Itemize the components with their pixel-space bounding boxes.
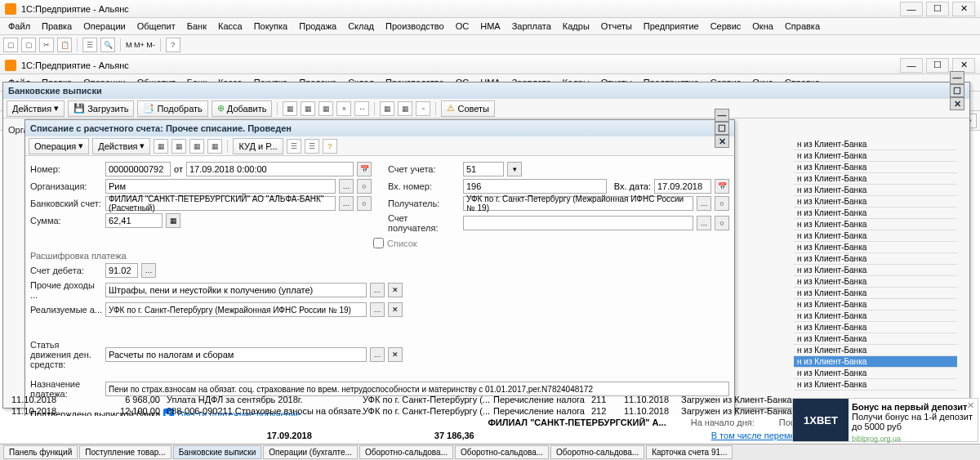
recip-input[interactable]: УФК по г. Санкт-Петербургу (Межрайонная … bbox=[463, 196, 693, 211]
tb-icon[interactable]: ▦ bbox=[207, 139, 222, 154]
inner-max-button[interactable]: ☐ bbox=[926, 58, 949, 73]
tb-icon[interactable]: ▢ bbox=[21, 38, 36, 52]
extdate-input[interactable]: 17.09.2018 bbox=[654, 179, 711, 194]
list-checkbox[interactable] bbox=[373, 238, 384, 248]
open-icon[interactable]: ○ bbox=[715, 216, 729, 230]
select-icon[interactable]: … bbox=[370, 302, 385, 317]
open-icon[interactable]: ○ bbox=[357, 196, 372, 211]
tb-icon[interactable]: 📋 bbox=[57, 38, 72, 52]
clear-icon[interactable]: ✕ bbox=[388, 283, 403, 297]
inner-min-button[interactable]: — bbox=[900, 58, 923, 73]
bank-max-button[interactable]: ☐ bbox=[950, 84, 964, 97]
org-input[interactable]: Рим bbox=[105, 179, 336, 194]
bg-row[interactable]: н из Клиент-Банка bbox=[794, 219, 957, 230]
bg-row[interactable]: н из Клиент-Банка bbox=[794, 288, 957, 299]
menu-Отчеты[interactable]: Отчеты bbox=[596, 20, 637, 33]
tb-icon[interactable]: ▦ bbox=[189, 139, 204, 154]
help-icon[interactable]: ? bbox=[323, 139, 337, 154]
tb-icon[interactable]: ▦ bbox=[154, 139, 168, 154]
moveart-input[interactable]: Расчеты по налогам и сборам bbox=[105, 347, 367, 362]
taskbar-item[interactable]: Банковские выписки bbox=[173, 445, 262, 459]
bg-row[interactable]: н из Клиент-Банка bbox=[794, 242, 957, 253]
menu-НМА[interactable]: НМА bbox=[475, 20, 505, 33]
bg-row[interactable]: н из Клиент-Банка bbox=[794, 299, 957, 310]
menu-Склад[interactable]: Склад bbox=[343, 20, 379, 33]
select-icon[interactable]: … bbox=[697, 196, 711, 211]
otherinc-input[interactable]: Штрафы, пени и неустойки к получению (уп… bbox=[105, 283, 367, 297]
bank-actions-button[interactable]: Действия▾ bbox=[7, 100, 65, 117]
bg-row[interactable]: н из Клиент-Банка bbox=[794, 173, 957, 185]
tb-icon[interactable]: ▫ bbox=[416, 101, 430, 116]
bg-row[interactable]: н из Клиент-Банка bbox=[794, 150, 957, 162]
bg-row[interactable]: н из Клиент-Банка bbox=[794, 230, 957, 242]
extnum-input[interactable]: 196 bbox=[463, 179, 607, 194]
bg-row[interactable]: н из Клиент-Банка bbox=[794, 333, 957, 345]
outer-max-button[interactable]: ☐ bbox=[926, 2, 949, 16]
menu-Зарплата[interactable]: Зарплата bbox=[507, 20, 556, 33]
taskbar-item[interactable]: Оборотно-сальдова... bbox=[455, 445, 549, 459]
open-icon[interactable]: ○ bbox=[357, 179, 372, 194]
dlg-operation-button[interactable]: Операция▾ bbox=[29, 138, 89, 154]
table-row[interactable]: 11.10.20186 968,00Уплата НДФЛ за сентябр… bbox=[8, 395, 800, 406]
bank-pick-button[interactable]: 📑Подобрать bbox=[137, 100, 207, 117]
tb-icon[interactable]: × bbox=[336, 101, 351, 116]
menu-ОС[interactable]: ОС bbox=[451, 20, 474, 33]
bg-row[interactable]: н из Клиент-Банка bbox=[794, 196, 957, 208]
tb-icon[interactable]: ▢ bbox=[3, 38, 18, 52]
bg-row[interactable]: н из Клиент-Банка bbox=[794, 276, 957, 288]
calendar-icon[interactable]: 📅 bbox=[715, 179, 729, 194]
taskbar-item[interactable]: Карточка счета 91... bbox=[646, 445, 733, 459]
bg-row[interactable]: н из Клиент-Банка bbox=[794, 322, 957, 333]
dlg-max-button[interactable]: ☐ bbox=[715, 122, 729, 135]
recipacc-input[interactable] bbox=[463, 216, 693, 230]
taskbar-item[interactable]: Оборотно-сальдова... bbox=[550, 445, 644, 459]
tb-icon[interactable]: ▦ bbox=[398, 101, 412, 116]
clear-icon[interactable]: ✕ bbox=[388, 347, 403, 362]
sold-input[interactable]: УФК по г. Санкт-Петербургу (Межрайонная … bbox=[105, 302, 367, 317]
menu-Файл[interactable]: Файл bbox=[3, 20, 35, 33]
bank-tips-button[interactable]: ⚠Советы bbox=[441, 100, 494, 117]
bank-add-button[interactable]: ⊕Добавить bbox=[212, 100, 273, 117]
menu-Производство[interactable]: Производство bbox=[381, 20, 449, 33]
menu-Окна[interactable]: Окна bbox=[747, 20, 778, 33]
tb-icon[interactable]: ▦ bbox=[318, 101, 333, 116]
bankacc-input[interactable]: ФИЛИАЛ "САНКТ-ПЕТЕРБУРГСКИЙ" АО "АЛЬФА-Б… bbox=[105, 196, 336, 211]
dropdown-icon[interactable]: ▾ bbox=[507, 162, 522, 176]
tb-icon[interactable]: ✂ bbox=[39, 38, 54, 52]
menu-Покупка[interactable]: Покупка bbox=[249, 20, 293, 33]
bg-row[interactable]: н из Клиент-Банка bbox=[794, 162, 957, 173]
dlg-actions-button[interactable]: Действия▾ bbox=[92, 138, 150, 154]
dlg-close-button[interactable]: ✕ bbox=[715, 135, 729, 148]
bank-load-button[interactable]: 💾Загрузить bbox=[68, 100, 134, 117]
datefrom-input[interactable]: 17.09.2018 0:00:00 bbox=[186, 162, 354, 176]
bg-row[interactable]: н из Клиент-Банка bbox=[794, 345, 957, 356]
inner-close-button[interactable]: ✕ bbox=[952, 58, 975, 73]
tb-icon[interactable]: ☰ bbox=[287, 139, 301, 154]
tb-icon[interactable]: 🔍 bbox=[100, 38, 115, 52]
menu-Правка[interactable]: Правка bbox=[37, 20, 77, 33]
taskbar-item[interactable]: Поступление товар... bbox=[79, 445, 171, 459]
bg-row[interactable]: н из Клиент-Банка bbox=[794, 139, 957, 150]
menu-Банк[interactable]: Банк bbox=[182, 20, 212, 33]
tb-icon[interactable]: ☰ bbox=[82, 38, 97, 52]
ad-close-icon[interactable]: ✕ bbox=[967, 400, 974, 411]
bg-row[interactable]: н из Клиент-Банка bbox=[794, 185, 957, 196]
bg-row[interactable]: н из Клиент-Банка bbox=[794, 379, 957, 391]
bank-min-button[interactable]: — bbox=[950, 71, 964, 84]
menu-Продажа[interactable]: Продажа bbox=[294, 20, 341, 33]
calc-icon[interactable]: ▦ bbox=[166, 213, 180, 228]
tb-icon[interactable]: ? bbox=[166, 38, 180, 52]
select-icon[interactable]: … bbox=[141, 263, 156, 278]
tb-icon[interactable]: ▦ bbox=[283, 101, 297, 116]
sum-input[interactable]: 62,41 bbox=[105, 213, 163, 228]
tb-icon[interactable]: ▦ bbox=[301, 101, 315, 116]
bg-row[interactable]: н из Клиент-Банка bbox=[794, 356, 957, 368]
debitacc-input[interactable]: 91.02 bbox=[105, 263, 138, 278]
ad-brand[interactable]: 1XBET bbox=[793, 399, 849, 441]
calendar-icon[interactable]: 📅 bbox=[357, 162, 372, 176]
taskbar-item[interactable]: Панель функций bbox=[3, 445, 78, 459]
outer-close-button[interactable]: ✕ bbox=[952, 2, 975, 16]
bg-row[interactable]: н из Клиент-Банка bbox=[794, 368, 957, 379]
bg-row[interactable]: н из Клиент-Банка bbox=[794, 253, 957, 265]
account-input[interactable]: 51 bbox=[463, 162, 504, 176]
